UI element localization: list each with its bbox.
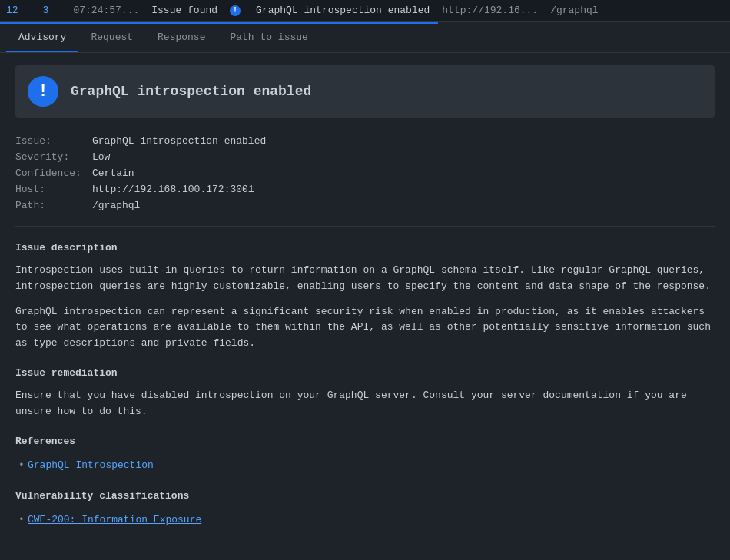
advisory-panel: ! GraphQL introspection enabled Issue: G… <box>0 53 730 558</box>
confidence-value: Certain <box>92 167 134 179</box>
tab-advisory[interactable]: Advisory <box>6 24 78 52</box>
issue-title: GraphQL introspection enabled <box>71 84 311 99</box>
issue-remediation-body: Ensure that you have disabled introspect… <box>15 388 715 420</box>
details-table: Issue: GraphQL introspection enabled Sev… <box>15 133 715 227</box>
issue-header: ! GraphQL introspection enabled <box>15 65 715 118</box>
top-bar: 12 3 07:24:57... Issue found ! GraphQL i… <box>0 0 730 22</box>
host-label: Host: <box>15 184 92 195</box>
issue-description-body: Introspection uses built-in queries to r… <box>15 263 715 352</box>
vuln-classifications-body: CWE-200: Information Exposure <box>15 511 715 530</box>
timestamp: 07:24:57... <box>73 5 139 16</box>
status-text: Issue found <box>151 5 217 16</box>
issue-value: GraphQL introspection enabled <box>92 135 266 147</box>
issue-label: GraphQL introspection enabled <box>256 5 430 16</box>
issue-description-p1: Introspection uses built-in queries to r… <box>15 263 715 295</box>
references-body: GraphQL Introspection <box>15 456 715 476</box>
alert-icon: ! <box>230 5 241 16</box>
references-title: References <box>15 436 715 447</box>
tab-response[interactable]: Response <box>145 24 217 52</box>
vuln-classifications-section: Vulnerability classifications CWE-200: I… <box>15 490 715 530</box>
path-label: Path: <box>15 200 92 211</box>
issue-description-section: Issue description Introspection uses bui… <box>15 242 715 352</box>
tab-path-to-issue[interactable]: Path to issue <box>217 24 320 52</box>
severity-value: Low <box>92 151 110 163</box>
vuln-link-cwe200[interactable]: CWE-200: Information Exposure <box>28 514 201 525</box>
detail-row-confidence: Confidence: Certain <box>15 165 715 181</box>
url-path: /graphql <box>550 5 598 16</box>
references-section: References GraphQL Introspection <box>15 436 715 476</box>
detail-row-host: Host: http://192.168.100.172:3001 <box>15 181 715 197</box>
detail-row-severity: Severity: Low <box>15 149 715 165</box>
reference-link-graphql[interactable]: GraphQL Introspection <box>28 459 154 471</box>
path-value: /graphql <box>92 200 140 211</box>
confidence-label: Confidence: <box>15 167 92 179</box>
issue-count2: 3 <box>43 5 49 16</box>
issue-count: 12 <box>6 5 18 16</box>
url-short: http://192.16... <box>442 5 538 16</box>
tab-bar: Advisory Request Response Path to issue <box>0 24 730 53</box>
issue-description-p2: GraphQL introspection can represent a si… <box>15 304 715 352</box>
reference-item-1: GraphQL Introspection <box>15 456 715 476</box>
detail-row-issue: Issue: GraphQL introspection enabled <box>15 133 715 149</box>
host-value: http://192.168.100.172:3001 <box>92 184 254 195</box>
issue-icon: ! <box>28 76 58 107</box>
severity-label: Severity: <box>15 151 92 163</box>
issue-remediation-section: Issue remediation Ensure that you have d… <box>15 367 715 420</box>
issue-remediation-title: Issue remediation <box>15 367 715 379</box>
vuln-classifications-title: Vulnerability classifications <box>15 490 715 502</box>
detail-row-path: Path: /graphql <box>15 197 715 214</box>
tab-request[interactable]: Request <box>78 24 145 52</box>
vuln-item-1: CWE-200: Information Exposure <box>15 511 715 530</box>
issue-label: Issue: <box>15 135 92 147</box>
issue-description-title: Issue description <box>15 242 715 253</box>
issue-remediation-text: Ensure that you have disabled introspect… <box>15 388 715 420</box>
